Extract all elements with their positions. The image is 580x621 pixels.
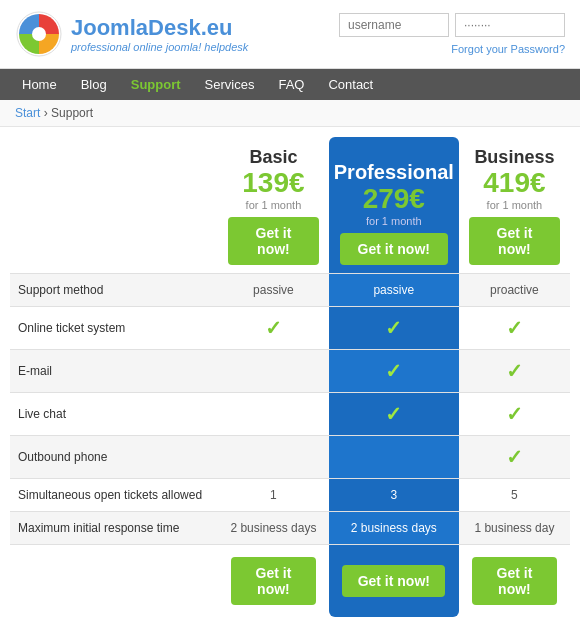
feature-professional-cell: passive bbox=[329, 273, 459, 306]
forgot-password-link[interactable]: Forgot your Password? bbox=[451, 43, 565, 55]
feature-label-cell: Support method bbox=[10, 273, 218, 306]
nav-support[interactable]: Support bbox=[119, 69, 193, 100]
business-plan-duration: for 1 month bbox=[464, 199, 565, 211]
feature-basic-cell: 2 business days bbox=[218, 511, 329, 544]
feature-professional-cell: ✓ bbox=[329, 392, 459, 435]
feature-label-cell: Maximum initial response time bbox=[10, 511, 218, 544]
professional-plan-duration: for 1 month bbox=[334, 215, 454, 227]
business-plan-price: 419€ bbox=[464, 168, 565, 199]
professional-get-button-top[interactable]: Get it now! bbox=[340, 233, 448, 265]
feature-basic-cell: 1 bbox=[218, 478, 329, 511]
bottom-professional-cell: Get it now! bbox=[329, 544, 459, 617]
header-auth: Forgot your Password? bbox=[339, 13, 565, 56]
check-icon: ✓ bbox=[506, 317, 523, 339]
plan-header-row: Basic 139€ for 1 month Get it now! Profe… bbox=[10, 137, 570, 273]
feature-label-cell: E-mail bbox=[10, 349, 218, 392]
feature-label-cell: Online ticket system bbox=[10, 306, 218, 349]
forgot-password: Forgot your Password? bbox=[339, 41, 565, 56]
feature-label-cell: Outbound phone bbox=[10, 435, 218, 478]
check-icon: ✓ bbox=[506, 403, 523, 425]
main-nav: Home Blog Support Services FAQ Contact bbox=[0, 69, 580, 100]
business-plan-name: Business bbox=[464, 147, 565, 168]
feature-basic-cell bbox=[218, 392, 329, 435]
feature-basic-cell: ✓ bbox=[218, 306, 329, 349]
logo-name: JoomlaDesk.eu bbox=[71, 15, 248, 41]
check-icon: ✓ bbox=[385, 360, 402, 382]
check-icon: ✓ bbox=[506, 360, 523, 382]
feature-label-cell: Live chat bbox=[10, 392, 218, 435]
feature-business-cell: 5 bbox=[459, 478, 570, 511]
feature-basic-cell: passive bbox=[218, 273, 329, 306]
check-icon: ✓ bbox=[265, 317, 282, 339]
breadcrumb-separator: › bbox=[44, 106, 51, 120]
feature-business-cell: proactive bbox=[459, 273, 570, 306]
password-input[interactable] bbox=[455, 13, 565, 37]
basic-plan-name: Basic bbox=[223, 147, 324, 168]
pricing-table: Basic 139€ for 1 month Get it now! Profe… bbox=[10, 137, 570, 617]
professional-get-button-bottom[interactable]: Get it now! bbox=[342, 565, 445, 597]
feature-row: E-mail✓✓ bbox=[10, 349, 570, 392]
pricing-section: Basic 139€ for 1 month Get it now! Profe… bbox=[0, 127, 580, 621]
breadcrumb-current: Support bbox=[51, 106, 93, 120]
logo-icon bbox=[15, 10, 63, 58]
svg-point-1 bbox=[32, 27, 46, 41]
feature-business-cell: ✓ bbox=[459, 435, 570, 478]
feature-business-cell: 1 business day bbox=[459, 511, 570, 544]
nav-home[interactable]: Home bbox=[10, 69, 69, 100]
logo-subtitle: professional online joomla! helpdesk bbox=[71, 41, 248, 53]
basic-get-button-bottom[interactable]: Get it now! bbox=[231, 557, 316, 605]
feature-label-cell: Simultaneous open tickets allowed bbox=[10, 478, 218, 511]
feature-row: Live chat✓✓ bbox=[10, 392, 570, 435]
feature-row: Simultaneous open tickets allowed135 bbox=[10, 478, 570, 511]
feature-business-cell: ✓ bbox=[459, 392, 570, 435]
header-empty-cell bbox=[10, 137, 218, 273]
nav-contact[interactable]: Contact bbox=[316, 69, 385, 100]
feature-basic-cell bbox=[218, 435, 329, 478]
bottom-button-row: Get it now!Get it now!Get it now! bbox=[10, 544, 570, 617]
feature-business-cell: ✓ bbox=[459, 349, 570, 392]
plan-professional-header: Professional 279€ for 1 month Get it now… bbox=[329, 137, 459, 273]
feature-professional-cell bbox=[329, 435, 459, 478]
business-get-button-bottom[interactable]: Get it now! bbox=[472, 557, 558, 605]
plan-basic-header: Basic 139€ for 1 month Get it now! bbox=[218, 137, 329, 273]
logo-name-text: JoomlaDesk bbox=[71, 15, 201, 40]
header: JoomlaDesk.eu professional online joomla… bbox=[0, 0, 580, 69]
feature-row: Support methodpassivepassiveproactive bbox=[10, 273, 570, 306]
nav-faq[interactable]: FAQ bbox=[266, 69, 316, 100]
check-icon: ✓ bbox=[385, 403, 402, 425]
business-get-button-top[interactable]: Get it now! bbox=[469, 217, 560, 265]
feature-professional-cell: ✓ bbox=[329, 306, 459, 349]
breadcrumb-start[interactable]: Start bbox=[15, 106, 40, 120]
bottom-basic-cell: Get it now! bbox=[218, 544, 329, 617]
bottom-business-cell: Get it now! bbox=[459, 544, 570, 617]
feature-professional-cell: 2 business days bbox=[329, 511, 459, 544]
basic-plan-duration: for 1 month bbox=[223, 199, 324, 211]
feature-row: Online ticket system✓✓✓ bbox=[10, 306, 570, 349]
basic-get-button-top[interactable]: Get it now! bbox=[228, 217, 319, 265]
professional-plan-price: 279€ bbox=[334, 184, 454, 215]
feature-professional-cell: ✓ bbox=[329, 349, 459, 392]
feature-business-cell: ✓ bbox=[459, 306, 570, 349]
breadcrumb: Start › Support bbox=[0, 100, 580, 127]
feature-row: Maximum initial response time2 business … bbox=[10, 511, 570, 544]
basic-plan-price: 139€ bbox=[223, 168, 324, 199]
username-input[interactable] bbox=[339, 13, 449, 37]
auth-inputs bbox=[339, 13, 565, 37]
logo-text: JoomlaDesk.eu professional online joomla… bbox=[71, 15, 248, 53]
nav-blog[interactable]: Blog bbox=[69, 69, 119, 100]
professional-plan-name: Professional bbox=[334, 161, 454, 184]
check-icon: ✓ bbox=[385, 317, 402, 339]
feature-professional-cell: 3 bbox=[329, 478, 459, 511]
bottom-empty-cell bbox=[10, 544, 218, 617]
feature-row: Outbound phone✓ bbox=[10, 435, 570, 478]
logo-tld: .eu bbox=[201, 15, 233, 40]
feature-basic-cell bbox=[218, 349, 329, 392]
logo-area: JoomlaDesk.eu professional online joomla… bbox=[15, 10, 248, 58]
check-icon: ✓ bbox=[506, 446, 523, 468]
nav-services[interactable]: Services bbox=[193, 69, 267, 100]
plan-business-header: Business 419€ for 1 month Get it now! bbox=[459, 137, 570, 273]
